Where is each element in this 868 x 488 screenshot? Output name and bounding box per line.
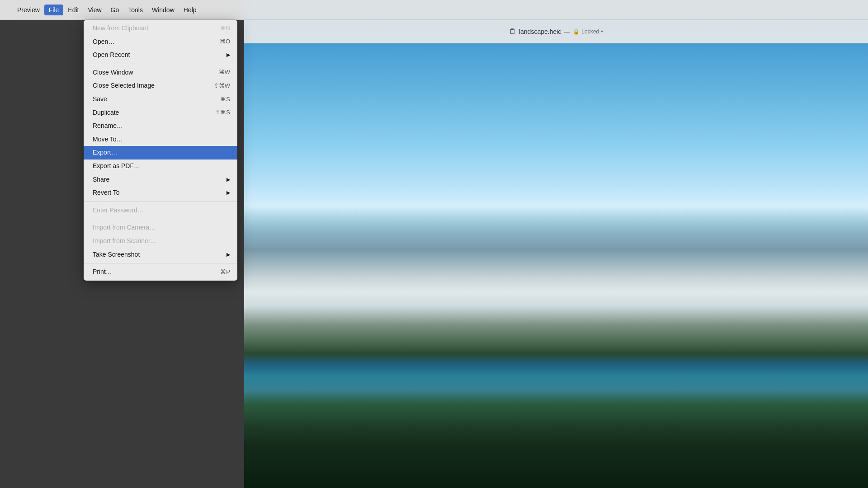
lock-icon: 🔒 [573, 28, 580, 35]
menu-label-save: Save [93, 95, 209, 104]
menu-separator-3 [84, 219, 237, 219]
submenu-arrow-open-recent: ▶ [226, 52, 230, 58]
menu-item-enter-password[interactable]: Enter Password… [84, 204, 237, 217]
menu-item-move-to[interactable]: Move To… [84, 133, 237, 146]
menubar-item-help[interactable]: Help [179, 5, 201, 15]
menu-item-export-as-pdf[interactable]: Export as PDF… [84, 160, 237, 173]
menu-item-new-from-clipboard[interactable]: New from Clipboard ⌘N [84, 22, 237, 35]
menubar-item-file[interactable]: File [44, 5, 64, 15]
menu-label-open: Open… [93, 38, 209, 47]
menu-shortcut-open: ⌘O [220, 38, 230, 46]
menu-label-move-to: Move To… [93, 135, 230, 144]
filename: landscape.heic [519, 28, 561, 35]
lock-status: Locked [581, 28, 599, 35]
chevron-down-icon: ▾ [601, 29, 603, 34]
menu-label-revert-to: Revert To [93, 188, 223, 197]
menu-item-save[interactable]: Save ⌘S [84, 93, 237, 106]
title-separator: — [564, 28, 570, 35]
menu-item-duplicate[interactable]: Duplicate ⇧⌘S [84, 106, 237, 120]
menu-label-export-as-pdf: Export as PDF… [93, 162, 230, 171]
menu-label-print: Print… [93, 267, 209, 277]
menubar: Preview File Edit View Go Tools Window H… [0, 0, 868, 20]
menu-separator-1 [84, 64, 237, 64]
menu-item-close-window[interactable]: Close Window ⌘W [84, 66, 237, 80]
submenu-arrow-revert-to: ▶ [226, 189, 230, 196]
menu-item-revert-to[interactable]: Revert To ▶ [84, 186, 237, 200]
menu-shortcut-duplicate: ⇧⌘S [215, 108, 230, 117]
menu-label-enter-password: Enter Password… [93, 206, 230, 215]
submenu-arrow-share: ▶ [226, 176, 230, 183]
menu-shortcut-save: ⌘S [220, 95, 230, 103]
menu-label-import-from-scanner: Import from Scanner… [93, 237, 230, 246]
menubar-item-preview[interactable]: Preview [13, 5, 44, 15]
menu-shortcut-close-window: ⌘W [219, 68, 230, 76]
menu-label-export: Export… [93, 148, 230, 157]
menu-label-new-from-clipboard: New from Clipboard [93, 24, 209, 33]
menu-item-take-screenshot[interactable]: Take Screenshot ▶ [84, 248, 237, 262]
menu-shortcut-print: ⌘P [220, 268, 230, 276]
menubar-item-window[interactable]: Window [147, 5, 179, 15]
menubar-item-go[interactable]: Go [106, 5, 124, 15]
background-mountains [244, 208, 868, 488]
menubar-item-view[interactable]: View [83, 5, 106, 15]
menu-item-print[interactable]: Print… ⌘P [84, 265, 237, 279]
menu-label-close-selected-image: Close Selected Image [93, 81, 203, 90]
menu-shortcut-close-selected-image: ⇧⌘W [214, 82, 230, 90]
window-title: 🗒 landscape.heic — 🔒 Locked ▾ [509, 28, 603, 36]
window-titlebar: 🗒 landscape.heic — 🔒 Locked ▾ [244, 20, 868, 43]
menu-item-open[interactable]: Open… ⌘O [84, 35, 237, 49]
menu-shortcut-new-from-clipboard: ⌘N [220, 24, 230, 33]
menu-label-import-from-camera: Import from Camera… [93, 223, 230, 232]
menu-item-rename[interactable]: Rename… [84, 119, 237, 133]
menu-item-share[interactable]: Share ▶ [84, 173, 237, 187]
menu-label-open-recent: Open Recent [93, 51, 223, 60]
menu-separator-4 [84, 263, 237, 263]
menu-separator-2 [84, 202, 237, 202]
menu-item-import-from-scanner[interactable]: Import from Scanner… [84, 235, 237, 248]
menu-item-open-recent[interactable]: Open Recent ▶ [84, 48, 237, 62]
menu-label-close-window: Close Window [93, 68, 208, 77]
menu-label-rename: Rename… [93, 122, 230, 131]
submenu-arrow-take-screenshot: ▶ [226, 251, 230, 258]
menubar-item-edit[interactable]: Edit [63, 5, 83, 15]
file-icon: 🗒 [509, 28, 516, 36]
menu-item-export[interactable]: Export… [84, 146, 237, 160]
menu-item-import-from-camera[interactable]: Import from Camera… [84, 221, 237, 235]
menubar-item-tools[interactable]: Tools [123, 5, 147, 15]
file-menu-dropdown: New from Clipboard ⌘N Open… ⌘O Open Rece… [84, 20, 237, 281]
menu-label-take-screenshot: Take Screenshot [93, 250, 223, 259]
lock-indicator[interactable]: 🔒 Locked ▾ [573, 28, 603, 35]
menu-label-share: Share [93, 175, 223, 184]
menu-item-close-selected-image[interactable]: Close Selected Image ⇧⌘W [84, 79, 237, 93]
menu-label-duplicate: Duplicate [93, 108, 204, 117]
